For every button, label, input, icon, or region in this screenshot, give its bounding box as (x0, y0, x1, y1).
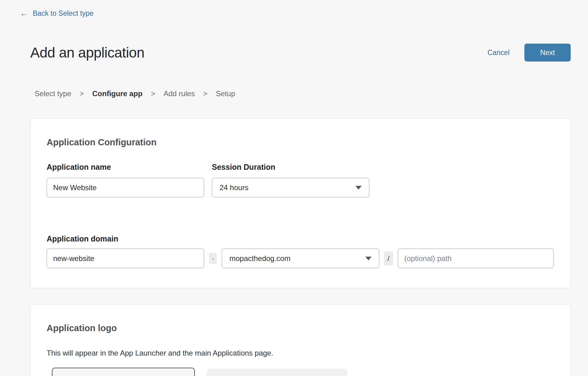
breadcrumb-step-setup[interactable]: Setup (216, 89, 235, 98)
breadcrumb-separator: > (151, 89, 155, 98)
page-title: Add an application (30, 44, 145, 61)
application-configuration-heading: Application Configuration (47, 137, 554, 147)
chevron-down-icon (365, 257, 372, 260)
page-header: Add an application Cancel Next (30, 44, 571, 62)
name-session-row: Application name Session Duration 24 hou… (47, 163, 554, 197)
application-logo-description: This will appear in the App Launcher and… (47, 349, 554, 357)
subdomain-input[interactable] (47, 249, 204, 268)
application-logo-card: Application logo This will appear in the… (30, 304, 571, 376)
application-domain-label: Application domain (47, 234, 554, 243)
logo-option-selected[interactable] (52, 368, 195, 376)
breadcrumb: Select type > Configure app > Add rules … (35, 89, 588, 98)
breadcrumb-separator: > (203, 89, 208, 98)
breadcrumb-step-add-rules[interactable]: Add rules (163, 89, 195, 98)
back-link-label: Back to Select type (33, 9, 94, 18)
breadcrumb-step-configure-app[interactable]: Configure app (92, 89, 143, 98)
breadcrumb-step-select-type[interactable]: Select type (35, 89, 71, 98)
dot-separator: . (209, 253, 217, 264)
domain-select[interactable]: mopacthedog.com (222, 249, 379, 268)
breadcrumb-separator: > (80, 89, 84, 98)
back-arrow-icon: ← (20, 9, 28, 18)
slash-separator: / (384, 251, 393, 266)
session-duration-value: 24 hours (220, 183, 248, 192)
page: ← Back to Select type Add an application… (0, 0, 588, 376)
chevron-down-icon (355, 186, 362, 190)
application-logo-heading: Application logo (47, 323, 554, 333)
path-input[interactable] (398, 249, 554, 268)
application-name-input[interactable] (47, 178, 204, 197)
cancel-button[interactable]: Cancel (487, 49, 510, 57)
header-actions: Cancel Next (487, 44, 571, 62)
session-duration-select[interactable]: 24 hours (212, 178, 369, 197)
application-name-field: Application name (47, 163, 204, 197)
session-duration-label: Session Duration (212, 163, 369, 172)
session-duration-field: Session Duration 24 hours (212, 163, 369, 197)
logo-options-row (47, 368, 554, 376)
application-domain-field: Application domain . mopacthedog.com / (47, 234, 554, 268)
domain-select-value: mopacthedog.com (229, 254, 290, 263)
back-link[interactable]: ← Back to Select type (20, 9, 94, 18)
domain-row: . mopacthedog.com / (47, 249, 554, 268)
logo-option[interactable] (207, 369, 347, 376)
next-button[interactable]: Next (524, 44, 571, 62)
application-configuration-card: Application Configuration Application na… (30, 118, 571, 288)
application-name-label: Application name (47, 163, 204, 172)
